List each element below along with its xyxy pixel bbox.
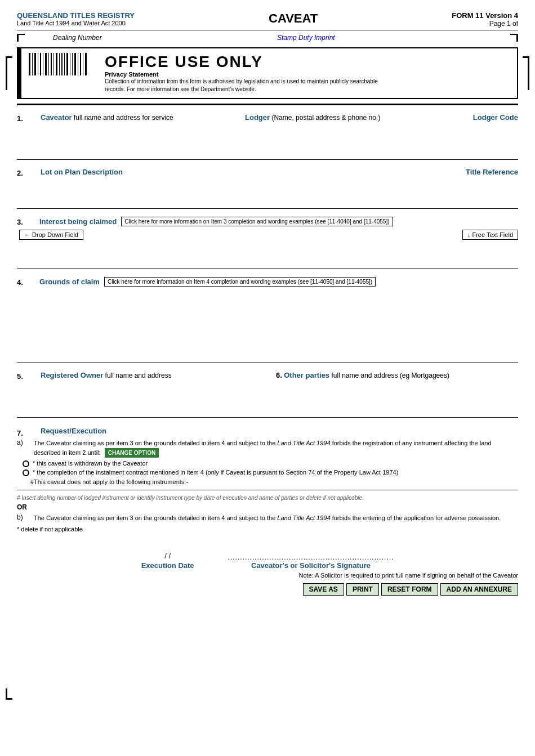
stamp-duty-label: Stamp Duty Imprint [277,34,335,42]
title-reference-label: Title Reference [466,168,518,176]
page-number: Page 1 of [452,20,518,28]
agency-title: QUEENSLAND TITLES REGISTRY [17,11,135,20]
signature-dots: ........................................… [228,553,394,561]
barcode [28,53,96,75]
privacy-text: Collection of information from this form… [105,78,386,93]
section-2: 2. Lot on Plan Description Title Referen… [17,164,518,204]
radio-withdrawn-label: * this caveat is withdrawn by the Caveat… [33,460,148,467]
section-2-num: 2. [17,168,37,177]
interest-info-button[interactable]: Click here for more information on Item … [121,217,393,226]
section-1-num: 1. [17,113,37,123]
add-annexure-button[interactable]: ADD AN ANNEXURE [440,583,518,596]
print-button[interactable]: PRINT [346,583,379,596]
request-execution-label: Request/Execution [41,427,106,435]
execution-date-label: Execution Date [141,561,194,570]
section-3: 3. Interest being claimed Click here for… [17,213,518,264]
office-use-section: OFFICE USE ONLY Privacy Statement Collec… [17,47,518,99]
section-5-num: 5. [17,371,37,381]
section-7b-letter: b) [17,513,34,521]
or-label: OR [17,503,518,511]
save-as-button[interactable]: SAVE AS [303,583,344,596]
grounds-info-button[interactable]: Click here for more information on Item … [104,277,376,287]
section-4-num: 4. [17,277,37,287]
section-6-num: 6. [276,370,282,379]
execution-slash: / / [141,552,194,560]
bottom-section: / / Execution Date .....................… [17,552,518,596]
signature-label: Caveator's or Solicitor's Signature [228,561,394,570]
section-7a-letter: a) [17,439,34,446]
section-1: 1. Caveator full name and address for se… [17,110,518,155]
lot-on-plan-label: Lot on Plan Description [41,168,123,176]
free-text-field-button[interactable]: ↓ Free Text Field [462,230,518,240]
radio-completion[interactable]: * the completion of the instalment contr… [23,469,518,476]
dealing-number-label: Dealing Number [53,34,102,42]
office-use-text: OFFICE USE ONLY [105,53,386,71]
section-7: 7. Request/Execution a) The Caveator cla… [17,422,518,540]
radio-withdrawn[interactable]: * this caveat is withdrawn by the Caveat… [23,460,518,467]
registered-owner-label: Registered Owner [41,371,103,379]
form-main-title: CAVEAT [269,11,318,26]
radio-circle-2 [23,469,29,476]
reset-form-button[interactable]: RESET FORM [381,583,438,596]
drop-down-field-button[interactable]: ← Drop Down Field [19,230,83,240]
hash-instruments-text: #This caveat does not apply to the follo… [30,478,518,485]
change-option-button[interactable]: CHANGE OPTION [105,448,159,458]
lodger-code-label: Lodger Code [462,113,518,122]
section-5-6: 5. Registered Owner full name and addres… [17,368,518,413]
insert-note-text: # Insert dealing number of lodged instru… [17,495,518,501]
lodger-sublabel: (Name, postal address & phone no.) [271,114,380,122]
privacy-title: Privacy Statement [105,71,386,78]
section-7a-text: The Caveator claiming as per item 3 on t… [34,439,518,458]
lodger-label: Lodger [245,113,270,122]
section-3-num: 3. [17,217,37,226]
section-4: 4. Grounds of claim Click here for more … [17,274,518,358]
section-7b-text: The Caveator claiming as per item 3 on t… [34,513,518,523]
radio-completion-label: * the completion of the instalment contr… [33,469,398,476]
other-parties-sublabel: full name and address (eg Mortgagees) [331,372,449,379]
radio-circle-1 [23,460,29,467]
other-parties-label: Other parties [284,371,329,379]
form-number: FORM 11 Version 4 [452,11,518,20]
section-7-num: 7. [17,428,37,437]
interest-label: Interest being claimed [39,217,117,226]
registered-owner-sublabel: full name and address [105,372,172,379]
solicitor-note: Note: A Solicitor is required to print f… [17,572,518,579]
caveator-sublabel: full name and address for service [74,114,173,122]
caveator-label: Caveator [41,113,72,122]
act-subtitle: Land Title Act 1994 and Water Act 2000 [17,20,135,26]
delete-note-text: * delete if not applicable [17,526,518,533]
grounds-label: Grounds of claim [39,278,100,286]
